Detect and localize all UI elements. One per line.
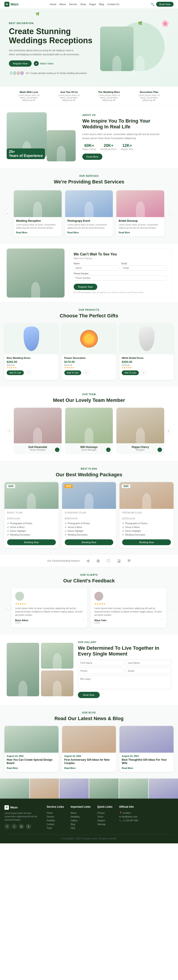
footer-link[interactable]: 📞 +1 234 567 890 <box>119 819 138 822</box>
footer-link[interactable]: ✉ info@wazo.com <box>119 815 138 819</box>
footer-link[interactable]: Terms <box>97 815 112 819</box>
book-now-button[interactable]: Book Now <box>156 2 173 7</box>
product-image-1 <box>62 323 116 355</box>
footer-link[interactable]: Home <box>47 811 64 815</box>
footer-link[interactable]: Sitemap <box>97 822 112 826</box>
testimonials-slider-wrapper: ‹ ★★★★★ Lorem ipsum dolor sit amet, cons… <box>5 588 173 628</box>
service-read-more-1[interactable]: Read More <box>68 231 79 234</box>
instagram-icon[interactable]: in <box>19 824 24 829</box>
footer-link[interactable]: Gallery <box>71 819 91 822</box>
hero-section: Best Decoration Create Stunning Weddings… <box>0 9 178 87</box>
feature-item: Dance Highlight <box>122 529 171 533</box>
commitment-section: Our Gallery We Determined To Live Togeth… <box>0 634 178 705</box>
contact-email-input[interactable] <box>121 266 167 270</box>
service-content-0: Wedding Reception Lorem ipsum dolor sit … <box>14 217 61 236</box>
nav-service[interactable]: Service <box>69 3 77 6</box>
service-read-more-2[interactable]: Read More <box>118 231 130 234</box>
stat-0: Made With Love Lorem ipsum dolor sit ame… <box>16 91 42 102</box>
book-button-2[interactable]: Booking Now <box>122 539 171 545</box>
testimonial-1: ★★★★★ Lorem ipsum dolor sit amet, consec… <box>91 588 167 628</box>
blog-read-more-1[interactable]: Read More <box>64 767 76 769</box>
stat-desc-0: Lorem ipsum dolor sit amet, consectetur … <box>16 94 42 102</box>
testimonials-prev-arrow[interactable]: ‹ <box>5 605 10 611</box>
contact-register-button[interactable]: Register Now <box>74 284 97 290</box>
footer-logo-icon: W <box>5 805 9 810</box>
footer-link[interactable]: Portfolio <box>47 819 64 822</box>
partners-title: Our Trusted Branding Partners <box>47 560 80 562</box>
service-card-2: Bridal Dressup Lorem ipsum dolor sit ame… <box>117 190 164 236</box>
facebook-icon[interactable]: f <box>5 824 10 829</box>
pricing-price-1: $200/month <box>65 515 113 521</box>
commitment-email-input[interactable] <box>126 668 171 674</box>
blog-read-more-0[interactable]: Read More <box>7 767 18 769</box>
contact-name-label: Name <box>74 262 119 265</box>
commitment-phone-input[interactable] <box>78 668 124 674</box>
team-arrow-1[interactable]: → <box>106 447 110 452</box>
team-arrow-0[interactable]: → <box>55 447 60 452</box>
footer-link[interactable]: Support <box>97 819 112 822</box>
about-stat-1: 20K+ Weddings Done <box>101 143 117 150</box>
services-prev-arrow[interactable]: ‹ <box>5 211 10 216</box>
commitment-row-2 <box>78 668 171 674</box>
wishlist-0[interactable]: ♡ <box>25 370 32 375</box>
commitment-lastname-input[interactable] <box>126 660 171 666</box>
nav-contact[interactable]: Contact Us <box>107 3 119 6</box>
search-icon[interactable]: 🔍 <box>151 2 154 6</box>
wishlist-1[interactable]: ♡ <box>83 370 89 375</box>
footer-gallery <box>0 778 178 799</box>
logo[interactable]: W Wazo <box>5 2 19 7</box>
footer-link[interactable]: Service <box>47 815 64 819</box>
footer-link[interactable]: Team <box>47 826 64 830</box>
team-card-1: Will Hunisays Event Manager → <box>65 408 113 454</box>
wishlist-2[interactable]: ♡ <box>141 370 146 375</box>
pricing-price-2: $320/month <box>122 515 171 521</box>
book-button-0[interactable]: Booking Now <box>7 539 56 545</box>
nav-pages[interactable]: Pages <box>89 3 96 6</box>
about-read-more-button[interactable]: Read More <box>82 154 102 160</box>
add-to-cart-2[interactable]: Add To Cart <box>122 371 139 375</box>
commitment-images <box>7 643 73 696</box>
commitment-firstname-input[interactable] <box>78 660 124 666</box>
pricing-features-1: Photographs & Photos Venue & Menu Dance … <box>65 522 113 537</box>
pricing-badge-0: $100 <box>7 484 15 488</box>
contact-name-input[interactable] <box>74 266 119 270</box>
commitment-message-input[interactable] <box>78 676 171 689</box>
footer-brand-desc: Lorem ipsum dolor sit amet consectetur a… <box>5 811 40 821</box>
footer-link[interactable]: 📍 Location <box>119 811 138 815</box>
products-title: Choose The Perfect Gifts <box>5 313 173 319</box>
nav-blog[interactable]: Blog <box>99 3 104 6</box>
footer-link[interactable]: Wedding <box>71 815 91 819</box>
footer-link[interactable]: Privacy <box>97 811 112 815</box>
products-header: Our Products Choose The Perfect Gifts <box>5 309 173 319</box>
blog-image-0 <box>5 726 58 752</box>
team-arrow-2[interactable]: → <box>158 447 162 452</box>
team-prev-arrow[interactable]: ‹ <box>7 428 12 434</box>
watch-video-button[interactable]: Watch Video <box>34 61 54 66</box>
nav-home[interactable]: Home <box>50 3 56 6</box>
team-next-arrow[interactable]: › <box>166 428 171 434</box>
testimonials-next-arrow[interactable]: › <box>168 605 173 611</box>
contact-email-label: Email <box>121 262 167 265</box>
add-to-cart-0[interactable]: Add To Cart <box>7 371 24 375</box>
contact-form-row-2: Phone Number <box>74 272 167 281</box>
blog-read-more-2[interactable]: Read More <box>122 767 133 769</box>
twitter-icon[interactable]: t <box>11 824 17 829</box>
footer-link[interactable]: About <box>71 811 91 815</box>
book-button-1[interactable]: Booking Now <box>65 539 113 545</box>
add-to-cart-1[interactable]: Add To Cart <box>64 371 82 375</box>
contact-phone-input[interactable] <box>74 275 167 281</box>
service-image-1 <box>65 190 113 217</box>
footer-link[interactable]: Blog <box>71 822 91 826</box>
services-tag: Our Services <box>5 175 173 177</box>
linkedin-icon[interactable]: li <box>26 824 31 829</box>
register-button[interactable]: Register Now <box>9 60 32 67</box>
avatar-stack <box>9 71 24 76</box>
footer-link[interactable]: FAQ <box>71 826 91 830</box>
about-tag: About Us <box>82 114 167 116</box>
service-read-more-0[interactable]: Read More <box>16 231 27 234</box>
nav-about[interactable]: About <box>60 3 66 6</box>
commitment-submit-button[interactable]: Book Now <box>78 692 100 698</box>
footer-link[interactable]: Contact <box>47 822 64 826</box>
services-next-arrow[interactable]: › <box>168 211 173 216</box>
nav-shop[interactable]: Shop <box>80 3 86 6</box>
